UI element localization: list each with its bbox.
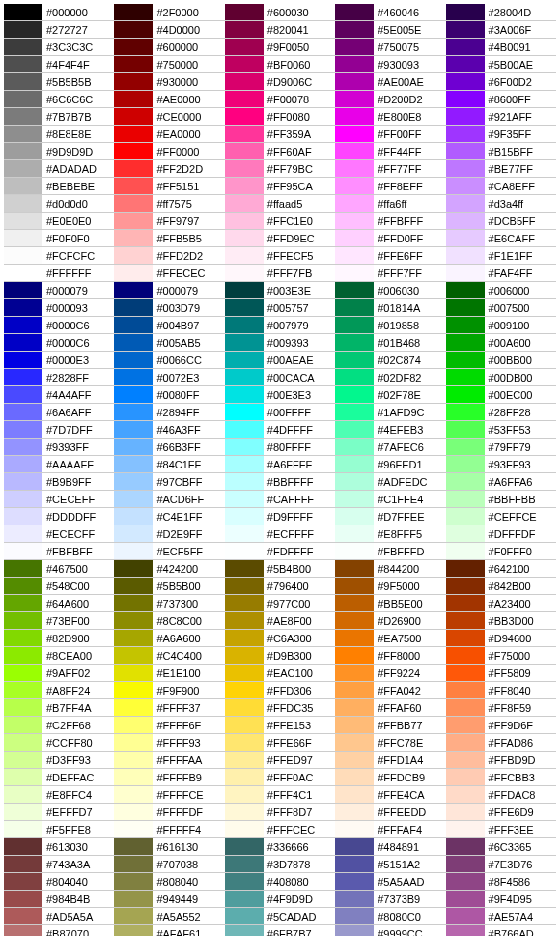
hex-label: #FFFFCE bbox=[153, 789, 203, 801]
color-swatch bbox=[225, 39, 264, 55]
color-swatch bbox=[4, 769, 42, 785]
hex-label: #A23400 bbox=[485, 598, 531, 610]
color-cell: #E800E8 bbox=[335, 108, 445, 126]
color-swatch bbox=[446, 491, 485, 507]
color-swatch bbox=[446, 786, 485, 803]
color-cell: #E1E100 bbox=[114, 665, 224, 682]
color-swatch bbox=[446, 769, 485, 785]
hex-label: #750000 bbox=[153, 59, 198, 71]
color-swatch bbox=[446, 317, 485, 333]
color-swatch bbox=[4, 91, 42, 107]
hex-label: #0000E3 bbox=[42, 355, 89, 366]
color-cell: #3A006F bbox=[446, 21, 556, 39]
color-swatch bbox=[335, 73, 374, 90]
color-swatch bbox=[225, 421, 264, 438]
color-swatch bbox=[114, 91, 153, 107]
hex-label: #0000C6 bbox=[42, 337, 90, 349]
color-cell: #28FF28 bbox=[446, 404, 556, 421]
hex-label: #9D9D9D bbox=[42, 146, 93, 157]
color-swatch bbox=[114, 682, 153, 698]
hex-label: #600030 bbox=[264, 7, 309, 18]
hex-label: #5B00AE bbox=[485, 59, 533, 71]
hex-label: #FF8000 bbox=[374, 650, 420, 662]
hex-label: #FF9224 bbox=[374, 667, 420, 679]
color-cell: #5CADAD bbox=[225, 908, 335, 925]
hex-label: #DDDDFF bbox=[42, 511, 96, 523]
color-cell: #8600FF bbox=[446, 91, 556, 108]
color-swatch bbox=[225, 769, 264, 785]
color-swatch bbox=[335, 56, 374, 72]
color-cell: #FFF8D7 bbox=[225, 804, 335, 821]
hex-label: #AE8F00 bbox=[264, 615, 312, 627]
color-cell: #467500 bbox=[4, 560, 114, 578]
color-swatch bbox=[335, 352, 374, 368]
color-swatch bbox=[4, 578, 42, 594]
color-swatch bbox=[446, 404, 485, 420]
color-swatch bbox=[335, 247, 374, 264]
color-swatch bbox=[114, 891, 153, 907]
color-cell: #600000 bbox=[114, 39, 224, 56]
color-cell: #1AFD9C bbox=[335, 404, 445, 421]
hex-label: #808040 bbox=[153, 876, 198, 888]
color-swatch bbox=[4, 734, 42, 751]
color-cell: #844200 bbox=[335, 560, 445, 578]
hex-label: #8080C0 bbox=[374, 911, 421, 922]
color-cell: #FF79BC bbox=[225, 160, 335, 178]
color-swatch bbox=[446, 856, 485, 872]
hex-label: #3C3C3C bbox=[42, 42, 93, 53]
hex-label: #C1FFE4 bbox=[374, 494, 423, 505]
color-cell: #FF2D2D bbox=[114, 160, 224, 178]
color-cell: #ADFEDC bbox=[335, 473, 445, 491]
color-cell: #FFCBB3 bbox=[446, 769, 556, 786]
hex-label: #73BF00 bbox=[42, 615, 90, 627]
color-swatch bbox=[335, 265, 374, 281]
hex-label: #5B5B00 bbox=[153, 581, 200, 592]
color-cell: #FF8040 bbox=[446, 682, 556, 699]
color-cell: #53FF53 bbox=[446, 421, 556, 439]
color-cell: #484891 bbox=[335, 838, 445, 856]
color-swatch bbox=[4, 647, 42, 664]
color-swatch bbox=[4, 386, 42, 403]
hex-label: #97CBFF bbox=[153, 476, 202, 488]
hex-label: #FFBFFF bbox=[374, 215, 423, 227]
color-swatch bbox=[446, 578, 485, 594]
hex-label: #FFE6D9 bbox=[485, 807, 534, 818]
color-cell: #CECEFF bbox=[4, 491, 114, 508]
hex-label: #949449 bbox=[153, 893, 198, 905]
hex-label: #006000 bbox=[485, 285, 530, 297]
hex-label: #EAC100 bbox=[264, 667, 313, 679]
color-cell: #FFAF60 bbox=[335, 699, 445, 717]
hex-label: #F0FFF0 bbox=[485, 546, 532, 557]
hex-label: #4EFEB3 bbox=[374, 424, 423, 436]
color-cell: #0000C6 bbox=[4, 334, 114, 352]
color-cell: #FFFF37 bbox=[114, 699, 224, 717]
color-swatch bbox=[114, 665, 153, 681]
color-cell: #5E005E bbox=[335, 21, 445, 39]
color-swatch bbox=[335, 821, 374, 837]
color-swatch bbox=[225, 108, 264, 125]
color-cell: #000093 bbox=[4, 299, 114, 317]
color-swatch bbox=[225, 891, 264, 907]
color-cell: #A23400 bbox=[446, 595, 556, 612]
color-swatch bbox=[225, 699, 264, 716]
hex-label: #8C8C00 bbox=[153, 615, 201, 627]
color-cell: #CEFFCE bbox=[446, 508, 556, 525]
color-swatch bbox=[225, 386, 264, 403]
color-cell: #003D79 bbox=[114, 299, 224, 317]
color-cell: #00EC00 bbox=[446, 386, 556, 404]
color-swatch bbox=[446, 421, 485, 438]
hex-label: #FFF8D7 bbox=[264, 807, 312, 818]
color-cell: #FF77FF bbox=[335, 160, 445, 178]
color-cell: #ffa6ff bbox=[335, 195, 445, 213]
color-cell: #FCFCFC bbox=[4, 247, 114, 265]
color-swatch bbox=[225, 682, 264, 698]
color-swatch bbox=[446, 39, 485, 55]
hex-label: #FFE66F bbox=[264, 737, 312, 749]
hex-label: #460046 bbox=[374, 7, 419, 18]
color-cell: #FFE66F bbox=[225, 734, 335, 752]
hex-label: #ffa6ff bbox=[374, 198, 406, 210]
hex-label: #930000 bbox=[153, 76, 198, 88]
color-swatch bbox=[225, 56, 264, 72]
color-swatch bbox=[335, 143, 374, 159]
color-cell: #E8FFC4 bbox=[4, 786, 114, 804]
